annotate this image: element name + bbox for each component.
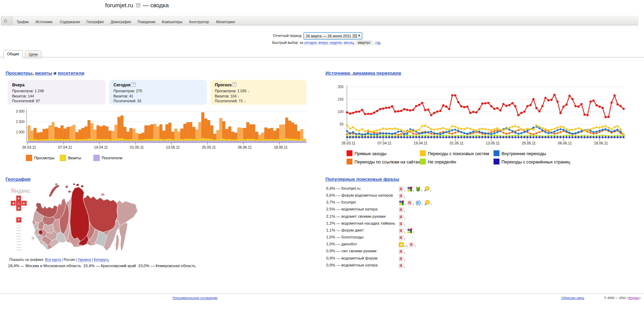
- svg-text:26.03.11: 26.03.11: [22, 145, 36, 149]
- svg-text:25.05.11: 25.05.11: [522, 141, 536, 145]
- svg-text:50: 50: [340, 122, 344, 126]
- svg-text:100: 100: [338, 110, 343, 114]
- svg-text:Я: Я: [399, 187, 402, 191]
- svg-text:Я: Я: [408, 201, 411, 205]
- svg-text:Я: Я: [399, 215, 402, 219]
- svg-text:06.06.11: 06.06.11: [558, 141, 572, 145]
- svg-text:13.05.11: 13.05.11: [166, 145, 180, 149]
- svg-text:Я: Я: [410, 243, 412, 247]
- svg-text:18.06.11: 18.06.11: [274, 145, 288, 149]
- svg-text:Я: Я: [399, 257, 402, 261]
- svg-text:19.04.11: 19.04.11: [414, 141, 427, 145]
- svg-text:25.05.11: 25.05.11: [202, 145, 216, 149]
- svg-text:Я: Я: [399, 250, 402, 254]
- svg-text:200: 200: [338, 85, 343, 89]
- svg-text:1 000: 1 000: [16, 130, 25, 134]
- svg-text:06.06.11: 06.06.11: [238, 145, 252, 149]
- svg-text:2 000: 2 000: [16, 120, 25, 124]
- svg-text:19.04.11: 19.04.11: [94, 145, 108, 149]
- svg-text:13.05.11: 13.05.11: [486, 141, 500, 145]
- svg-text:26.03.11: 26.03.11: [341, 141, 355, 145]
- svg-text:Я: Я: [399, 264, 402, 268]
- svg-text:Я: Я: [399, 222, 402, 226]
- svg-text:07.04.11: 07.04.11: [378, 141, 392, 145]
- svg-text:3 000: 3 000: [16, 110, 25, 113]
- svg-text:Я: Я: [399, 208, 402, 212]
- svg-text:18.06.11: 18.06.11: [594, 141, 608, 145]
- svg-text:150: 150: [338, 97, 343, 101]
- svg-text:Я: Я: [399, 229, 402, 233]
- svg-text:Я: Я: [399, 194, 402, 198]
- svg-text:01.05.11: 01.05.11: [450, 141, 463, 145]
- svg-text:Я: Я: [399, 236, 402, 240]
- svg-text:01.05.11: 01.05.11: [130, 145, 144, 149]
- svg-text:07.04.11: 07.04.11: [58, 145, 72, 149]
